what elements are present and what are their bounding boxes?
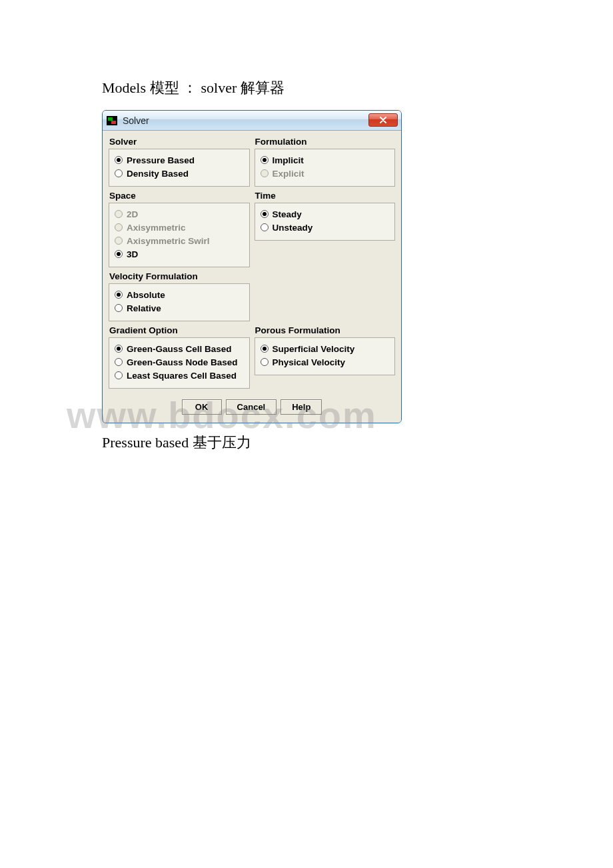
- radio-steady[interactable]: Steady: [261, 209, 390, 221]
- radio-icon: [115, 358, 123, 366]
- radio-label: Steady: [273, 209, 302, 221]
- radio-icon: [115, 223, 123, 231]
- radio-lsq-cell[interactable]: Least Squares Cell Based: [115, 370, 244, 382]
- radio-superficial[interactable]: Superficial Velocity: [261, 343, 390, 355]
- radio-label: Least Squares Cell Based: [127, 370, 237, 382]
- radio-density-based[interactable]: Density Based: [115, 168, 244, 180]
- app-icon: [107, 116, 117, 125]
- radio-relative[interactable]: Relative: [115, 303, 244, 315]
- radio-label: Implicit: [273, 155, 304, 167]
- radio-physical[interactable]: Physical Velocity: [261, 357, 390, 369]
- time-group-title: Time: [255, 191, 396, 201]
- radio-icon: [115, 237, 123, 245]
- radio-absolute[interactable]: Absolute: [115, 289, 244, 301]
- radio-icon: [115, 156, 123, 164]
- radio-icon: [115, 291, 123, 299]
- porous-group-title: Porous Formulation: [255, 325, 396, 335]
- radio-pressure-based[interactable]: Pressure Based: [115, 155, 244, 167]
- radio-label: Physical Velocity: [273, 357, 346, 369]
- gradient-group: Green-Gauss Cell Based Green-Gauss Node …: [109, 337, 250, 389]
- radio-icon: [115, 345, 123, 353]
- radio-label: Density Based: [127, 168, 189, 180]
- radio-2d: 2D: [115, 209, 244, 221]
- solver-dialog: Solver Solver Pressure Based: [102, 110, 402, 423]
- radio-icon: [261, 156, 269, 164]
- velocity-group: Absolute Relative: [109, 283, 250, 321]
- radio-icon: [261, 223, 269, 231]
- radio-label: Green-Gauss Cell Based: [127, 343, 232, 355]
- radio-label: Green-Gauss Node Based: [127, 357, 238, 369]
- radio-unsteady[interactable]: Unsteady: [261, 222, 390, 234]
- time-group: Steady Unsteady: [255, 203, 396, 241]
- dialog-body: Solver Pressure Based Density Based Form: [103, 131, 401, 423]
- radio-axisymmetric-swirl: Axisymmetric Swirl: [115, 235, 244, 247]
- radio-label: Axisymmetric: [127, 222, 186, 234]
- ok-button[interactable]: OK: [182, 399, 222, 415]
- cancel-button[interactable]: Cancel: [226, 399, 277, 415]
- dialog-titlebar[interactable]: Solver: [103, 111, 401, 131]
- radio-label: Relative: [127, 303, 161, 315]
- radio-label: Pressure Based: [127, 155, 195, 167]
- radio-label: Absolute: [127, 289, 165, 301]
- radio-axisymmetric: Axisymmetric: [115, 222, 244, 234]
- radio-icon: [261, 345, 269, 353]
- solver-group: Pressure Based Density Based: [109, 149, 250, 187]
- formulation-group: Implicit Explicit: [255, 149, 396, 187]
- radio-icon: [115, 304, 123, 312]
- solver-group-title: Solver: [109, 137, 250, 147]
- help-button[interactable]: Help: [281, 399, 322, 415]
- dialog-button-row: OK Cancel Help: [109, 393, 395, 419]
- gradient-group-title: Gradient Option: [109, 325, 250, 335]
- space-group: 2D Axisymmetric Axisymmetric Swirl: [109, 203, 250, 267]
- dialog-title: Solver: [123, 115, 149, 126]
- close-icon: [379, 117, 387, 123]
- page-footer-text: Pressure based 基于压力: [102, 433, 613, 453]
- radio-icon: [115, 210, 123, 218]
- radio-implicit[interactable]: Implicit: [261, 155, 390, 167]
- radio-explicit: Explicit: [261, 168, 390, 180]
- space-group-title: Space: [109, 191, 250, 201]
- radio-icon: [115, 371, 123, 379]
- radio-icon: [115, 250, 123, 258]
- porous-group: Superficial Velocity Physical Velocity: [255, 337, 396, 375]
- radio-label: Axisymmetric Swirl: [127, 235, 210, 247]
- radio-3d[interactable]: 3D: [115, 249, 244, 261]
- page-heading: Models 模型 ： solver 解算器: [102, 78, 613, 98]
- radio-gg-node[interactable]: Green-Gauss Node Based: [115, 357, 244, 369]
- velocity-group-title: Velocity Formulation: [109, 271, 250, 281]
- radio-icon: [115, 169, 123, 177]
- radio-label: Explicit: [273, 168, 305, 180]
- radio-icon: [261, 210, 269, 218]
- close-button[interactable]: [368, 113, 398, 127]
- formulation-group-title: Formulation: [255, 137, 396, 147]
- radio-label: Superficial Velocity: [273, 343, 355, 355]
- radio-gg-cell[interactable]: Green-Gauss Cell Based: [115, 343, 244, 355]
- radio-label: 3D: [127, 249, 138, 261]
- radio-label: 2D: [127, 209, 138, 221]
- radio-label: Unsteady: [273, 222, 313, 234]
- radio-icon: [261, 169, 269, 177]
- radio-icon: [261, 358, 269, 366]
